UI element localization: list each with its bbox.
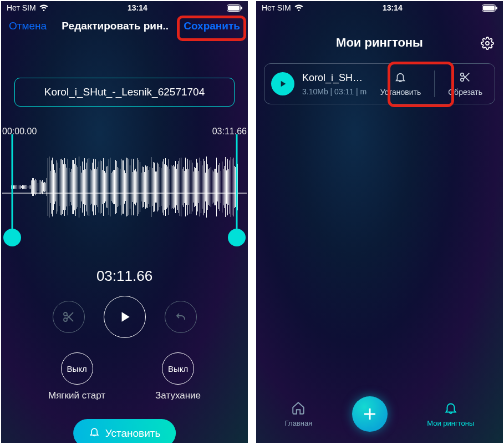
scissors-icon xyxy=(459,71,471,85)
time-labels: 00:00.00 03:11.66 xyxy=(1,107,248,140)
bell-icon xyxy=(394,71,406,85)
end-time: 03:11.66 xyxy=(212,127,247,137)
waveform[interactable] xyxy=(2,140,247,245)
trim-handle-left[interactable] xyxy=(3,229,21,246)
fade-out-toggle[interactable]: Выкл xyxy=(162,352,194,385)
save-button[interactable]: Сохранить xyxy=(184,20,240,32)
battery-icon xyxy=(227,4,242,12)
editor-header: Отмена Редактировать рин.. Сохранить xyxy=(1,14,248,39)
soft-start-label: Мягкий старт xyxy=(48,390,105,401)
svg-point-8 xyxy=(486,42,489,45)
home-icon xyxy=(291,401,306,417)
playback-controls xyxy=(1,296,248,338)
clock: 13:14 xyxy=(128,3,147,12)
editor-screen: Нет SIM 13:14 Отмена Редактировать рин..… xyxy=(1,1,248,443)
trim-handle-right[interactable] xyxy=(228,229,246,246)
svg-rect-1 xyxy=(228,6,240,11)
tab-home[interactable]: Главная xyxy=(285,401,312,427)
set-action[interactable]: Установить xyxy=(375,71,426,97)
start-time: 00:00.00 xyxy=(2,127,37,137)
tab-bar: Главная Мои рингтоны xyxy=(256,390,503,443)
settings-button[interactable] xyxy=(481,37,494,53)
status-bar: Нет SIM 13:14 xyxy=(256,1,503,14)
divider xyxy=(434,70,435,97)
ringtone-meta: 3.10Mb | 03:11 | m4... xyxy=(302,87,367,96)
bell-icon xyxy=(89,426,100,440)
fade-toggles: Выкл Мягкий старт Выкл Затухание xyxy=(23,352,226,401)
ringtone-title: Korol_i_SHut_-_Lesni... xyxy=(302,72,367,84)
fade-out-label: Затухание xyxy=(155,390,201,401)
carrier-text: Нет SIM xyxy=(7,3,36,12)
undo-button[interactable] xyxy=(165,301,197,333)
tab-home-label: Главная xyxy=(285,419,312,427)
set-ringtone-button[interactable]: Установить xyxy=(73,419,176,443)
carrier-text: Нет SIM xyxy=(262,3,291,12)
clip-duration: 03:11.66 xyxy=(1,268,248,285)
trim-action[interactable]: Обрезать xyxy=(442,71,488,97)
soft-start-toggle[interactable]: Выкл xyxy=(61,352,93,385)
play-button[interactable] xyxy=(271,72,294,95)
set-label: Установить xyxy=(380,88,421,97)
play-button[interactable] xyxy=(104,296,146,338)
wifi-icon xyxy=(39,4,48,11)
set-ringtone-label: Установить xyxy=(105,427,161,440)
tab-ringtones-label: Мои рингтоны xyxy=(427,419,474,427)
wifi-icon xyxy=(294,4,303,11)
library-title: Мои рингтоны xyxy=(336,36,423,49)
svg-rect-7 xyxy=(496,7,497,9)
add-button[interactable] xyxy=(352,396,388,432)
battery-icon xyxy=(482,4,497,12)
library-header: Мои рингтоны xyxy=(256,14,503,60)
cut-button[interactable] xyxy=(53,301,85,333)
svg-rect-2 xyxy=(241,7,242,9)
ringtone-card: Korol_i_SHut_-_Lesni... 3.10Mb | 03:11 |… xyxy=(264,63,495,104)
status-bar: Нет SIM 13:14 xyxy=(1,1,248,14)
filename-field[interactable]: Korol_i_SHut_-_Lesnik_62571704 xyxy=(14,78,235,107)
svg-rect-6 xyxy=(483,6,495,11)
screen-title: Редактировать рин.. xyxy=(62,20,169,32)
bell-icon xyxy=(444,401,458,417)
library-screen: Нет SIM 13:14 Мои рингтоны Korol_i_SHut_… xyxy=(256,1,503,443)
clock: 13:14 xyxy=(383,3,403,12)
trim-label: Обрезать xyxy=(448,88,482,97)
cancel-button[interactable]: Отмена xyxy=(9,20,47,32)
tab-ringtones[interactable]: Мои рингтоны xyxy=(427,401,474,427)
